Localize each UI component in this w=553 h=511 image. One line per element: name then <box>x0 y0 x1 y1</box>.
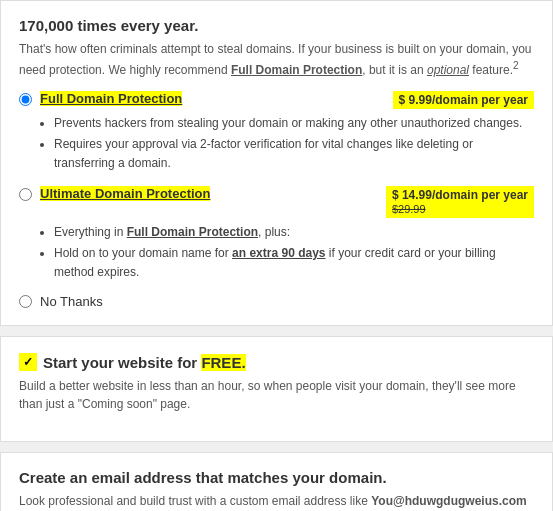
website-section: ✓ Start your website for FREE. Build a b… <box>0 336 553 442</box>
full-domain-price: $ 9.99/domain per year <box>393 91 534 109</box>
website-section-title: ✓ Start your website for FREE. <box>19 353 534 371</box>
ultimate-domain-price: $ 14.99/domain per year $29.99 <box>386 186 534 218</box>
full-bullet-1: Prevents hackers from stealing your doma… <box>54 114 534 133</box>
domain-protection-section: 170,000 times every year. That's how oft… <box>0 0 553 326</box>
full-domain-label[interactable]: Full Domain Protection <box>40 91 182 106</box>
full-domain-header: Full Domain Protection $ 9.99/domain per… <box>40 91 534 109</box>
ultimate-domain-bullets: Everything in Full Domain Protection, pl… <box>54 223 534 283</box>
full-domain-bullets: Prevents hackers from stealing your doma… <box>54 114 534 174</box>
ultimate-bullet-2: Hold on to your domain name for an extra… <box>54 244 534 282</box>
checkmark-icon: ✓ <box>19 353 37 371</box>
domain-protection-description: That's how often criminals attempt to st… <box>19 40 534 79</box>
email-example: You@hduwgdugweius.com <box>371 494 526 508</box>
ultimate-domain-header: Ultimate Domain Protection $ 14.99/domai… <box>40 186 534 218</box>
email-section: Create an email address that matches you… <box>0 452 553 511</box>
no-thanks-row[interactable]: No Thanks <box>19 294 534 309</box>
ultimate-domain-option[interactable]: Ultimate Domain Protection $ 14.99/domai… <box>19 186 534 285</box>
no-thanks-radio[interactable] <box>19 295 32 308</box>
ultimate-domain-content: Ultimate Domain Protection $ 14.99/domai… <box>40 186 534 285</box>
ultimate-domain-radio[interactable] <box>19 188 32 201</box>
email-section-title: Create an email address that matches you… <box>19 469 534 486</box>
email-section-description: Look professional and build trust with a… <box>19 492 534 510</box>
ultimate-bullet-1: Everything in Full Domain Protection, pl… <box>54 223 534 242</box>
ultimate-domain-label[interactable]: Ultimate Domain Protection <box>40 186 210 201</box>
full-bullet-2: Requires your approval via 2-factor veri… <box>54 135 534 173</box>
full-domain-option[interactable]: Full Domain Protection $ 9.99/domain per… <box>19 91 534 176</box>
website-section-description: Build a better website in less than an h… <box>19 377 534 413</box>
ultimate-domain-strikethrough: $29.99 <box>392 203 426 215</box>
full-domain-content: Full Domain Protection $ 9.99/domain per… <box>40 91 534 176</box>
domain-protection-title: 170,000 times every year. <box>19 17 534 34</box>
full-domain-radio[interactable] <box>19 93 32 106</box>
no-thanks-label[interactable]: No Thanks <box>40 294 103 309</box>
